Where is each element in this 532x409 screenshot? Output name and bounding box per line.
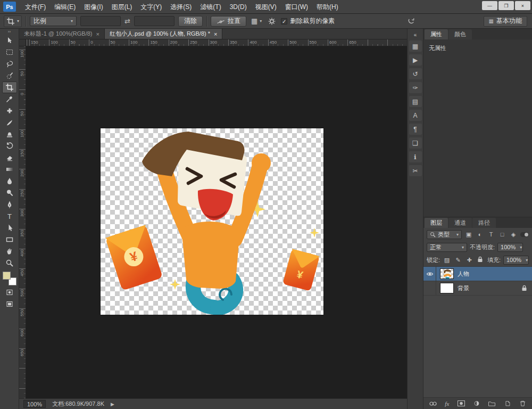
layer-thumbnail[interactable]: [440, 283, 454, 293]
hand-tool[interactable]: [2, 246, 17, 257]
crop-ratio-dropdown[interactable]: 比例 ▾: [30, 16, 77, 26]
add-layer-mask-icon[interactable]: [457, 400, 466, 407]
menu-view[interactable]: 视图(V): [251, 0, 281, 14]
menu-help[interactable]: 帮助(H): [312, 0, 343, 14]
tab-layers[interactable]: 图层: [425, 218, 448, 228]
document-image[interactable]: ¥ ¥: [101, 128, 323, 315]
path-selection-tool[interactable]: [2, 222, 17, 234]
menu-file[interactable]: 文件(F): [21, 0, 50, 14]
type-tool[interactable]: T: [2, 210, 17, 222]
clone-stamp-tool[interactable]: [2, 128, 17, 140]
eraser-tool[interactable]: [2, 152, 17, 163]
tool-presets-icon[interactable]: ▤: [409, 96, 422, 107]
menu-layer[interactable]: 图层(L): [107, 0, 137, 14]
foreground-color-swatch[interactable]: [3, 272, 11, 280]
lock-image-pixels-icon[interactable]: ✎: [454, 257, 462, 264]
lock-all-icon[interactable]: [476, 256, 485, 264]
crop-tool-preset[interactable]: ▾: [4, 15, 22, 27]
dodge-tool[interactable]: [2, 187, 17, 199]
blur-tool[interactable]: [2, 175, 17, 187]
menu-edit[interactable]: 编辑(E): [50, 0, 80, 14]
menu-window[interactable]: 窗口(W): [281, 0, 312, 14]
zoom-tool[interactable]: [2, 257, 17, 269]
gradient-tool[interactable]: [2, 163, 17, 175]
layer-row-background[interactable]: 背景: [423, 281, 532, 296]
info-panel-icon[interactable]: ℹ: [409, 151, 422, 162]
tab-hongbao-psd[interactable]: 红包小人.psd @ 100% (人物, RGB/8) * ×: [105, 29, 222, 39]
actions-icon[interactable]: ▶: [409, 54, 422, 66]
close-tab-icon[interactable]: ×: [214, 31, 217, 37]
reset-icon[interactable]: [406, 17, 417, 26]
layer-row-figure[interactable]: 人物: [423, 267, 532, 281]
measure-icon[interactable]: ✂: [409, 165, 422, 176]
lasso-tool[interactable]: [2, 58, 17, 70]
layer-styles-icon[interactable]: fx: [445, 400, 449, 407]
crop-width-input[interactable]: [80, 16, 121, 26]
minimize-button[interactable]: —: [482, 1, 497, 10]
vertical-ruler[interactable]: 1005005010015020025030035040045050055060…: [19, 46, 26, 398]
tab-properties[interactable]: 属性: [425, 29, 448, 39]
swap-dimensions-icon[interactable]: ⇄: [124, 17, 130, 25]
delete-cropped-pixels-option[interactable]: ✓ 删除裁剪的像素: [281, 17, 335, 26]
opacity-value-dropdown[interactable]: 100% ▾: [497, 243, 523, 252]
layer-thumbnail[interactable]: [440, 268, 454, 279]
filter-shape-layers-icon[interactable]: □: [498, 231, 506, 238]
visibility-toggle[interactable]: [423, 267, 436, 281]
history-brush-tool[interactable]: [2, 140, 17, 152]
quick-selection-tool[interactable]: [2, 70, 17, 81]
tab-channels[interactable]: 通道: [448, 218, 472, 228]
crop-height-input[interactable]: [134, 16, 174, 26]
adjustment-layer-icon[interactable]: [473, 400, 480, 407]
new-group-icon[interactable]: [488, 400, 496, 407]
quick-mask-toggle[interactable]: [2, 287, 17, 298]
restore-button[interactable]: ❐: [498, 1, 514, 10]
swatches-icon[interactable]: ▦: [409, 40, 422, 52]
brush-presets-icon[interactable]: ✑: [409, 82, 422, 93]
shape-tool[interactable]: [2, 234, 17, 246]
canvas-workspace[interactable]: ¥ ¥: [26, 46, 407, 398]
tab-untitled-1[interactable]: 未标题-1 @ 100%(RGB/8) ×: [19, 29, 105, 39]
ruler-origin-corner[interactable]: [19, 39, 26, 46]
blend-mode-dropdown[interactable]: 正常 ▾: [427, 243, 467, 252]
expand-panels-icon[interactable]: «: [409, 31, 422, 38]
checkbox-checked-icon[interactable]: ✓: [281, 18, 287, 24]
paragraph-panel-icon[interactable]: ¶: [409, 124, 422, 135]
new-layer-icon[interactable]: [504, 400, 511, 407]
screen-mode-toggle[interactable]: [2, 298, 17, 310]
history-icon[interactable]: ↺: [409, 68, 422, 79]
filter-adjustment-layers-icon[interactable]: ◐: [476, 231, 484, 238]
character-panel-icon[interactable]: A: [409, 110, 422, 121]
menu-3d[interactable]: 3D(D): [226, 0, 251, 14]
delete-layer-icon[interactable]: [519, 400, 527, 407]
layer-filter-toggle[interactable]: [520, 232, 529, 237]
collapse-toolbar-icon[interactable]: ››: [8, 29, 11, 35]
horizontal-ruler[interactable]: 1501005005010015020025030035040045050055…: [26, 39, 407, 46]
lock-transparent-pixels-icon[interactable]: ▨: [443, 257, 451, 264]
pen-tool[interactable]: [2, 199, 17, 210]
crop-tool[interactable]: [2, 81, 17, 93]
filter-type-layers-icon[interactable]: T: [487, 231, 495, 238]
filter-smart-objects-icon[interactable]: ◈: [509, 231, 518, 238]
clone-source-icon[interactable]: ❏: [409, 137, 422, 149]
close-button[interactable]: ×: [515, 1, 530, 10]
tab-paths[interactable]: 路径: [472, 218, 496, 228]
rectangular-marquee-tool[interactable]: [2, 46, 17, 58]
tab-color[interactable]: 颜色: [448, 29, 472, 39]
healing-brush-tool[interactable]: [2, 105, 17, 117]
layer-filter-type-dropdown[interactable]: 类型 ▾: [427, 230, 462, 239]
lock-position-icon[interactable]: ✚: [465, 257, 473, 264]
clear-button[interactable]: 清除: [178, 16, 203, 27]
brush-tool[interactable]: [2, 117, 17, 128]
eyedropper-tool[interactable]: [2, 93, 17, 105]
close-tab-icon[interactable]: ×: [96, 31, 99, 37]
menu-image[interactable]: 图像(I): [80, 0, 107, 14]
zoom-level-field[interactable]: 100%: [23, 400, 46, 408]
workspace-switcher[interactable]: ▦ 基本功能: [484, 16, 527, 27]
straighten-button[interactable]: 拉直: [211, 16, 246, 27]
menu-select[interactable]: 选择(S): [166, 0, 196, 14]
filter-pixel-layers-icon[interactable]: ▣: [464, 231, 473, 238]
overlay-options-icon[interactable]: ▦▾: [250, 17, 263, 25]
fill-value-dropdown[interactable]: 100% ▾: [503, 256, 529, 265]
link-layers-icon[interactable]: [429, 400, 437, 407]
crop-options-gear-icon[interactable]: [267, 17, 277, 26]
